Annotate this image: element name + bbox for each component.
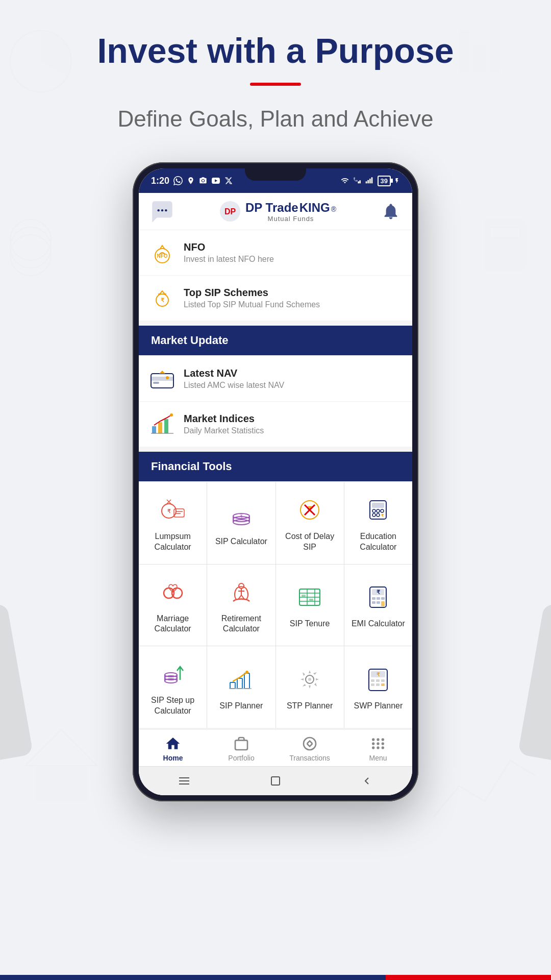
- chat-icon[interactable]: [151, 200, 173, 223]
- android-home-btn[interactable]: [268, 774, 283, 788]
- market-indices-title: Market Indices: [184, 413, 264, 425]
- svg-point-111: [372, 738, 374, 741]
- nav-home[interactable]: Home: [153, 736, 193, 762]
- tool-sip-tenure[interactable]: SIP Tenure: [276, 565, 344, 646]
- top-sip-item[interactable]: ₹ Top SIP Schemes Listed Top SIP Mutual …: [139, 276, 412, 321]
- tool-swp-planner[interactable]: ₹ SWP Planner: [344, 646, 412, 728]
- lumpsum-label: Lumpsum Calculator: [144, 531, 202, 553]
- svg-text:₹: ₹: [381, 513, 384, 518]
- tool-sip-planner[interactable]: SIP Planner: [207, 646, 275, 728]
- sip-planner-label: SIP Planner: [219, 701, 263, 712]
- financial-tools-grid: ₹ Lumpsum Calculator: [139, 482, 412, 728]
- android-nav-bar: [139, 766, 412, 795]
- marriage-label: Marriage Calculator: [144, 614, 202, 635]
- emi-icon: ₹: [362, 581, 394, 614]
- tool-education[interactable]: ₹ Education Calculator: [344, 482, 412, 564]
- phone-mockup: 1:20: [0, 162, 551, 801]
- svg-rect-100: [371, 679, 374, 682]
- android-back-btn[interactable]: [360, 774, 374, 788]
- nav-menu[interactable]: Menu: [358, 736, 398, 762]
- svg-rect-90: [230, 682, 235, 689]
- svg-text:₹: ₹: [240, 514, 243, 519]
- retirement-label: Retirement Calculator: [212, 614, 270, 635]
- logo-trademark: ®: [331, 205, 336, 213]
- tool-sip-stepup[interactable]: SIP Step up Calculator: [139, 646, 207, 728]
- svg-text:DP: DP: [224, 207, 236, 216]
- svg-rect-28: [151, 377, 173, 381]
- svg-rect-33: [164, 419, 168, 433]
- tool-retirement[interactable]: Retirement Calculator: [207, 565, 275, 646]
- phone-screen: 1:20: [139, 168, 412, 795]
- tool-emi[interactable]: ₹ EMI Calculator: [344, 565, 412, 646]
- app-logo: DP DP Trade KING ® Mutual Funds: [219, 200, 336, 223]
- svg-text:₹: ₹: [377, 672, 380, 677]
- latest-nav-item[interactable]: Latest NAV Listed AMC wise latest NAV: [139, 356, 412, 402]
- market-update-list: Latest NAV Listed AMC wise latest NAV: [139, 356, 412, 447]
- market-indices-subtitle: Daily Market Statistics: [184, 426, 264, 435]
- svg-rect-103: [371, 683, 374, 686]
- svg-rect-75: [309, 599, 313, 601]
- emi-label: EMI Calculator: [352, 619, 405, 629]
- tool-sip[interactable]: ₹ SIP Calculator: [207, 482, 275, 564]
- cost-delay-icon: ₹: [293, 494, 326, 526]
- android-menu-btn[interactable]: [177, 774, 191, 788]
- svg-rect-104: [376, 683, 380, 686]
- svg-point-57: [381, 509, 384, 512]
- svg-point-113: [382, 738, 384, 741]
- svg-point-116: [382, 746, 384, 749]
- svg-point-59: [377, 513, 380, 517]
- status-left: 1:20: [151, 176, 233, 186]
- svg-point-115: [377, 746, 379, 749]
- marriage-icon: [157, 576, 189, 608]
- logo-subtitle: Mutual Funds: [268, 215, 314, 223]
- svg-rect-102: [381, 679, 385, 682]
- top-sip-text: Top SIP Schemes Listed Top SIP Mutual Fu…: [184, 287, 320, 309]
- logo-icon: DP: [219, 200, 241, 223]
- svg-point-19: [165, 209, 167, 211]
- nav-portfolio[interactable]: Portfolio: [221, 736, 262, 762]
- svg-point-114: [372, 746, 374, 749]
- status-time: 1:20: [151, 176, 169, 186]
- latest-nav-title: Latest NAV: [184, 368, 284, 379]
- stp-planner-label: STP Planner: [287, 701, 333, 712]
- sip-tenure-icon: [293, 581, 326, 614]
- svg-point-110: [382, 742, 384, 745]
- notification-bell-icon[interactable]: [382, 202, 400, 220]
- phone-outer-frame: 1:20: [133, 162, 418, 801]
- nfo-item[interactable]: NFO NFO Invest in latest NFO here: [139, 230, 412, 276]
- phone-shadow-right: [518, 603, 551, 765]
- svg-point-34: [170, 413, 173, 416]
- svg-rect-92: [244, 673, 249, 689]
- svg-rect-84: [381, 601, 385, 606]
- menu-dots-icon: [370, 736, 386, 752]
- svg-rect-91: [237, 678, 242, 689]
- svg-rect-13: [365, 181, 367, 183]
- logo-text-block: DP Trade KING ® Mutual Funds: [245, 201, 336, 223]
- tool-cost-delay[interactable]: ₹ Cost of Delay SIP: [276, 482, 344, 564]
- title-divider: [250, 83, 301, 86]
- market-update-title: Market Update: [151, 334, 229, 347]
- tool-marriage[interactable]: Marriage Calculator: [139, 565, 207, 646]
- nav-transactions[interactable]: Transactions: [289, 736, 330, 762]
- financial-tools-section: Financial Tools ₹: [139, 452, 412, 728]
- svg-rect-101: [376, 679, 380, 682]
- nfo-title: NFO: [184, 241, 274, 253]
- tool-stp-planner[interactable]: STP Planner: [276, 646, 344, 728]
- svg-rect-120: [271, 777, 280, 785]
- svg-rect-54: [372, 503, 384, 508]
- nfo-icon: NFO: [149, 239, 176, 266]
- market-indices-icon: [149, 411, 176, 437]
- market-update-header: Market Update: [139, 326, 412, 355]
- market-indices-item[interactable]: Market Indices Daily Market Statistics: [139, 402, 412, 447]
- svg-text:₹: ₹: [167, 508, 171, 514]
- svg-text:₹: ₹: [377, 589, 380, 595]
- svg-rect-16: [371, 177, 372, 183]
- page-subtitle: Define Goals, Plan and Achieve: [118, 106, 434, 132]
- app-scroll-content: NFO NFO Invest in latest NFO here: [139, 230, 412, 795]
- svg-point-63: [239, 583, 244, 589]
- nfo-section: NFO NFO Invest in latest NFO here: [139, 230, 412, 321]
- stp-planner-icon: [293, 663, 326, 696]
- tool-lumpsum[interactable]: ₹ Lumpsum Calculator: [139, 482, 207, 564]
- svg-rect-74: [302, 595, 306, 597]
- page-title: Invest with a Purpose: [97, 31, 454, 70]
